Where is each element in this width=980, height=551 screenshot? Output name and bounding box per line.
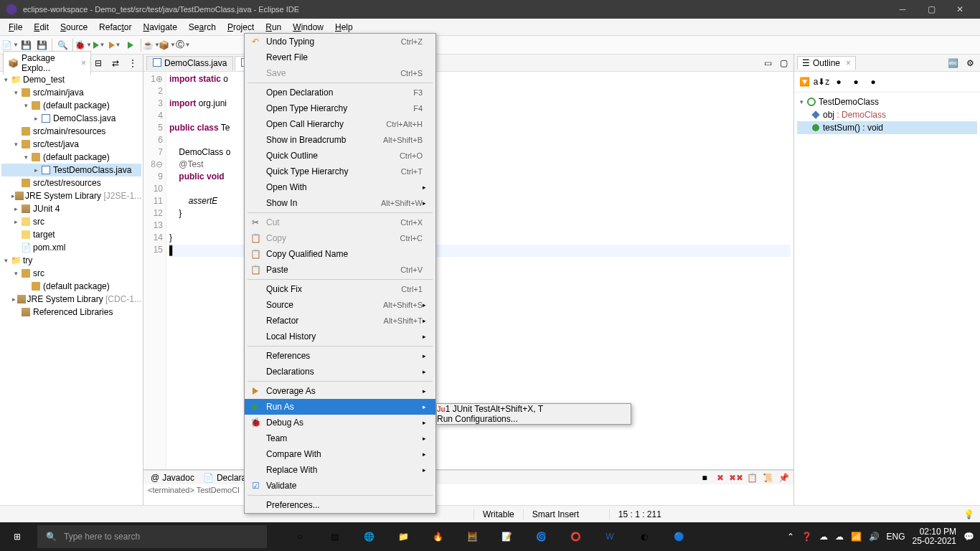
- word-icon[interactable]: W: [594, 522, 626, 551]
- javadoc-tab[interactable]: @Javadoc: [146, 471, 199, 484]
- edge-icon[interactable]: 🌀: [525, 522, 557, 551]
- save-button[interactable]: 💾: [19, 38, 33, 52]
- menu-item-quick-fix[interactable]: Quick FixCtrl+1: [245, 281, 435, 297]
- tree-item[interactable]: src/test/resources: [33, 178, 101, 188]
- outline-filter-icon[interactable]: ⚙: [963, 56, 977, 70]
- maximize-button[interactable]: ▢: [917, 0, 946, 19]
- tree-item[interactable]: target: [33, 230, 55, 240]
- menu-item-paste[interactable]: 📋PasteCtrl+V: [245, 262, 435, 278]
- menu-item-debug-as[interactable]: 🐞Debug As▸: [245, 415, 435, 430]
- tree-item[interactable]: (default package): [43, 100, 110, 110]
- menu-item-run-as[interactable]: Run As▸: [245, 399, 435, 415]
- menu-item-team[interactable]: Team▸: [245, 430, 435, 446]
- task-view-icon[interactable]: ▤: [319, 522, 350, 551]
- minimize-view-icon[interactable]: ▭: [760, 56, 775, 70]
- menu-help[interactable]: Help: [329, 20, 359, 34]
- tree-item[interactable]: src: [33, 268, 44, 278]
- menu-item-validate[interactable]: ☑Validate: [245, 478, 435, 494]
- coverage-button[interactable]: ▼: [108, 38, 122, 52]
- outline-tab[interactable]: ☰ Outline ×: [797, 56, 856, 70]
- minimize-button[interactable]: ─: [888, 0, 917, 19]
- menu-item-quick-outline[interactable]: Quick OutlineCtrl+O: [245, 148, 435, 164]
- tree-item[interactable]: JRE System Library [J2SE-1...: [25, 191, 141, 201]
- save-all-button[interactable]: 💾: [34, 38, 49, 52]
- tree-item[interactable]: Referenced Libraries: [33, 307, 113, 317]
- collapse-all-icon[interactable]: ⊟: [91, 56, 105, 70]
- debug-button[interactable]: 🐞▼: [76, 38, 90, 52]
- app-icon[interactable]: 🔥: [422, 522, 453, 551]
- maximize-view-icon[interactable]: ▢: [776, 56, 791, 70]
- outline-class[interactable]: ▾TestDemoClass: [797, 95, 977, 108]
- tip-icon[interactable]: 💡: [963, 509, 980, 519]
- submenu-item-1-junit-test[interactable]: Ju1 JUnit TestAlt+Shift+X, T: [437, 404, 631, 414]
- menu-item-quick-type-hierarchy[interactable]: Quick Type HierarchyCtrl+T: [245, 164, 435, 179]
- view-menu-icon[interactable]: ⋮: [126, 56, 140, 70]
- menu-item-local-history[interactable]: Local History▸: [245, 329, 435, 344]
- tree-item[interactable]: src/main/java: [33, 88, 84, 98]
- console-remove-icon[interactable]: ✖: [713, 471, 727, 485]
- outline-sort-icon[interactable]: 🔤: [946, 56, 960, 70]
- submenu-item-run-configurations-[interactable]: Run Configurations...: [437, 414, 631, 424]
- new-java-button[interactable]: ☕▼: [144, 38, 159, 52]
- cortana-icon[interactable]: ○: [284, 522, 316, 551]
- new-package-button[interactable]: 📦▼: [160, 38, 174, 52]
- run-button[interactable]: ▼: [92, 38, 106, 52]
- outline-btn-2[interactable]: a⬇z: [814, 75, 829, 89]
- calculator-icon[interactable]: 🧮: [456, 522, 488, 551]
- menu-item-show-in[interactable]: Show InAlt+Shift+W▸: [245, 195, 435, 211]
- notes-icon[interactable]: 📝: [491, 522, 522, 551]
- eclipse-taskbar-icon[interactable]: ◐: [628, 522, 660, 551]
- tree-item[interactable]: src: [33, 217, 44, 227]
- menu-item-revert-file[interactable]: Revert File: [245, 50, 435, 65]
- new-button[interactable]: 📄▼: [3, 38, 17, 52]
- package-tree[interactable]: ▾📁Demo_test ▾src/main/java ▾(default pac…: [0, 72, 143, 505]
- outline-btn-5[interactable]: ●: [866, 75, 880, 89]
- tree-item[interactable]: DemoClass.java: [53, 113, 116, 123]
- run-last-button[interactable]: [123, 38, 138, 52]
- tree-item[interactable]: src/main/resources: [33, 126, 105, 136]
- outline-method[interactable]: testSum() : void: [797, 121, 977, 134]
- tree-item[interactable]: src/test/java: [33, 139, 79, 149]
- tree-item[interactable]: (default package): [43, 152, 110, 162]
- menu-item-references[interactable]: References▸: [245, 348, 435, 364]
- tray-onedrive-icon[interactable]: ☁: [835, 532, 844, 542]
- open-type-button[interactable]: 🔍: [55, 38, 70, 52]
- menu-item-open-type-hierarchy[interactable]: Open Type HierarchyF4: [245, 100, 435, 116]
- tray-network-icon[interactable]: 📶: [851, 532, 862, 542]
- tree-item[interactable]: JRE System Library [CDC-1...: [27, 294, 141, 304]
- menu-item-refactor[interactable]: RefactorAlt+Shift+T▸: [245, 313, 435, 329]
- tree-item[interactable]: (default package): [43, 281, 110, 291]
- menu-file[interactable]: File: [3, 20, 28, 34]
- tree-item[interactable]: try: [23, 255, 32, 265]
- console-stop-icon[interactable]: ■: [697, 471, 712, 485]
- menu-edit[interactable]: Edit: [28, 20, 55, 34]
- explorer-icon[interactable]: 📁: [387, 522, 419, 551]
- menu-item-compare-with[interactable]: Compare With▸: [245, 446, 435, 462]
- link-editor-icon[interactable]: ⇄: [108, 56, 123, 70]
- menu-item-source[interactable]: SourceAlt+Shift+S▸: [245, 297, 435, 313]
- menu-window[interactable]: Window: [287, 20, 329, 34]
- new-class-button[interactable]: Ⓒ▼: [176, 38, 190, 52]
- console-pin-icon[interactable]: 📌: [776, 471, 791, 485]
- outline-btn-1[interactable]: 🔽: [797, 75, 811, 89]
- start-button[interactable]: ⊞: [0, 522, 34, 551]
- menu-item-open-with[interactable]: Open With▸: [245, 179, 435, 195]
- menu-project[interactable]: Project: [222, 20, 260, 34]
- menu-navigate[interactable]: Navigate: [137, 20, 182, 34]
- tray-chevron-icon[interactable]: ⌃: [787, 532, 794, 542]
- ie-icon[interactable]: 🌐: [353, 522, 385, 551]
- menu-item-open-call-hierarchy[interactable]: Open Call HierarchyCtrl+Alt+H: [245, 116, 435, 132]
- menu-item-undo-typing[interactable]: ↶Undo TypingCtrl+Z: [245, 34, 435, 50]
- menu-refactor[interactable]: Refactor: [93, 20, 137, 34]
- menu-run[interactable]: Run: [260, 20, 287, 34]
- tray-clock[interactable]: 02:10 PM 25-02-2021: [913, 527, 956, 546]
- tray-lang[interactable]: ENG: [887, 532, 905, 542]
- tree-item[interactable]: JUnit 4: [33, 204, 60, 214]
- close-icon[interactable]: ×: [846, 58, 851, 68]
- tray-notifications-icon[interactable]: 💬: [963, 532, 974, 542]
- console-remove-all-icon[interactable]: ✖✖: [729, 471, 743, 485]
- tree-item[interactable]: pom.xml: [33, 242, 65, 253]
- tray-cloud-icon[interactable]: ☁: [819, 532, 828, 542]
- menu-item-open-declaration[interactable]: Open DeclarationF3: [245, 85, 435, 100]
- app2-icon[interactable]: 🔵: [663, 522, 694, 551]
